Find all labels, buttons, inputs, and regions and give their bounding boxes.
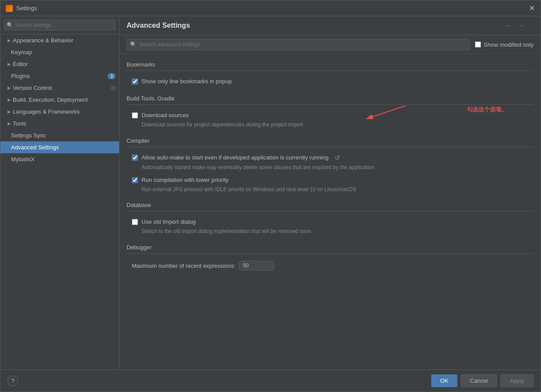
scrollable-content: Bookmarks Show only line bookmarks in po… — [119, 54, 541, 370]
allow-automake-checkbox[interactable] — [132, 155, 138, 161]
sidebar-item-label: Version Control — [13, 85, 52, 91]
arrow-icon: ▶ — [7, 97, 11, 102]
setting-item-use-old-import: Use old Import dialog Switch to the old … — [127, 215, 534, 237]
setting-item-show-line-bookmarks: Show only line bookmarks in popup — [127, 74, 534, 88]
annotation-arrow — [357, 101, 410, 123]
max-expressions-label: Maximum number of recent expressions: — [132, 263, 235, 269]
arrow-icon: ▶ — [7, 121, 11, 126]
sidebar-item-label: MybatisX — [11, 156, 34, 163]
setting-item-max-expressions: Maximum number of recent expressions: — [127, 257, 534, 274]
setting-item-download-sources: Download sources Download sources for pr… — [127, 108, 534, 130]
checkbox-row-run-compilation: Run compilation with lower priority — [132, 175, 534, 185]
sidebar-item-label: Languages & Frameworks — [13, 108, 80, 115]
svg-line-1 — [366, 106, 406, 119]
sidebar-item-keymap[interactable]: Keymap — [0, 46, 119, 58]
show-modified-label[interactable]: Show modified only — [484, 41, 534, 48]
section-database: Database Use old Import dialog Switch to… — [127, 202, 534, 237]
download-sources-label[interactable]: Download sources — [142, 112, 189, 118]
footer-right: OK Cancel Apply — [431, 374, 534, 387]
download-sources-checkbox[interactable] — [132, 112, 138, 118]
sidebar-item-label: Settings Sync — [11, 132, 46, 139]
section-debugger: Debugger Maximum number of recent expres… — [127, 244, 534, 274]
page-title: Advanced Settings — [127, 22, 504, 30]
sidebar-item-appearance[interactable]: ▶ Appearance & Behavior — [0, 34, 119, 46]
sidebar-item-tools[interactable]: ▶ Tools — [0, 118, 119, 129]
setting-item-run-compilation: Run compilation with lower priority Run … — [127, 173, 534, 195]
forward-arrow[interactable]: → — [516, 21, 526, 30]
use-old-import-label[interactable]: Use old Import dialog — [142, 218, 196, 225]
help-button[interactable]: ? — [7, 376, 18, 386]
sidebar-search-input[interactable] — [4, 20, 116, 30]
debugger-max-expressions-row: Maximum number of recent expressions: — [132, 259, 534, 272]
section-title-debugger: Debugger — [127, 244, 534, 254]
sidebar-item-mybatisx[interactable]: MybatisX — [0, 153, 119, 165]
sidebar-item-languages[interactable]: ▶ Languages & Frameworks — [0, 106, 119, 118]
sidebar-item-editor[interactable]: ▶ Editor — [0, 58, 119, 70]
main-content: Advanced Settings ← → 🔍 Show modified on… — [119, 16, 541, 370]
show-modified-wrap: Show modified only — [475, 41, 534, 48]
arrow-icon: ▶ — [7, 109, 11, 114]
annotation-text: 勾选这个选项。 — [467, 106, 507, 114]
checkbox-row-automake: Allow auto-make to start even if develop… — [132, 152, 534, 163]
sidebar-item-plugins[interactable]: Plugins 3 — [0, 70, 119, 82]
section-bookmarks: Bookmarks Show only line bookmarks in po… — [127, 61, 534, 88]
dialog-title: Settings — [16, 5, 528, 11]
section-compiler: Compiler Allow auto-make to start even i… — [127, 137, 534, 195]
show-line-bookmarks-checkbox[interactable] — [132, 78, 138, 85]
reset-automake-icon[interactable]: ↺ — [335, 154, 340, 161]
sidebar-item-label: Plugins — [11, 73, 30, 79]
sidebar-item-label: Keymap — [11, 49, 32, 55]
cancel-button[interactable]: Cancel — [461, 374, 497, 387]
sidebar-item-settingssync[interactable]: Settings Sync — [0, 129, 119, 141]
automake-desc: Automatically started make may eventuall… — [142, 164, 534, 171]
sidebar-item-label: Build, Execution, Deployment — [13, 96, 88, 103]
max-expressions-input[interactable] — [239, 261, 274, 270]
download-sources-desc: Download sources for project dependencie… — [142, 121, 534, 129]
sidebar-item-versioncontrol[interactable]: ▶ Version Control ⊡ — [0, 82, 119, 94]
section-title-compiler: Compiler — [127, 137, 534, 147]
sidebar-item-label: Advanced Settings — [11, 144, 59, 151]
arrow-icon: ▶ — [7, 38, 11, 43]
app-icon — [6, 5, 13, 12]
sidebar-item-build[interactable]: ▶ Build, Execution, Deployment — [0, 94, 119, 106]
section-title-build-tools: Build Tools. Gradle — [127, 95, 534, 105]
section-build-tools-gradle: Build Tools. Gradle Download sources Dow… — [127, 95, 534, 130]
title-bar: Settings ✕ — [0, 0, 541, 16]
footer-left: ? — [7, 376, 18, 386]
run-compilation-label[interactable]: Run compilation with lower priority — [142, 177, 228, 183]
sidebar-search-area: 🔍 — [0, 16, 119, 34]
section-title-database: Database — [127, 202, 534, 211]
sidebar-item-advancedsettings[interactable]: Advanced Settings — [0, 141, 119, 153]
settings-dialog: Settings ✕ 🔍 ▶ Appearance & Behavior Key… — [0, 0, 541, 392]
apply-button[interactable]: Apply — [500, 374, 534, 387]
run-compilation-checkbox[interactable] — [132, 177, 138, 183]
settings-search-input[interactable] — [127, 39, 470, 50]
dialog-body: 🔍 ▶ Appearance & Behavior Keymap ▶ Edito… — [0, 16, 541, 370]
back-arrow[interactable]: ← — [504, 21, 514, 30]
checkbox-row-show-line-bookmarks: Show only line bookmarks in popup — [132, 76, 534, 86]
vc-icon: ⊡ — [111, 85, 116, 91]
annotation: 勾选这个选项。 — [467, 106, 507, 114]
section-title-bookmarks: Bookmarks — [127, 61, 534, 71]
setting-item-automake: Allow auto-make to start even if develop… — [127, 151, 534, 173]
use-old-import-desc: Switch to the old Import dialog implemen… — [142, 228, 534, 235]
show-line-bookmarks-label[interactable]: Show only line bookmarks in popup — [142, 78, 232, 85]
ok-button[interactable]: OK — [431, 374, 457, 387]
checkbox-row-use-old-import: Use old Import dialog — [132, 217, 534, 227]
use-old-import-checkbox[interactable] — [132, 219, 138, 225]
sidebar-item-label: Appearance & Behavior — [13, 37, 73, 44]
close-button[interactable]: ✕ — [528, 5, 535, 12]
sidebar: 🔍 ▶ Appearance & Behavior Keymap ▶ Edito… — [0, 16, 119, 370]
allow-automake-label[interactable]: Allow auto-make to start even if develop… — [142, 154, 328, 161]
sidebar-search-wrap: 🔍 — [4, 20, 116, 30]
search-wrap: 🔍 — [127, 39, 470, 50]
dialog-footer: ? OK Cancel Apply — [0, 370, 541, 392]
sidebar-item-label: Tools — [13, 120, 26, 127]
show-modified-checkbox[interactable] — [475, 41, 481, 48]
annotation-container: Download sources Download sources for pr… — [132, 110, 534, 129]
content-header: Advanced Settings ← → — [119, 16, 541, 35]
run-compilation-desc: Run external JPS process with IDLE prior… — [142, 186, 534, 193]
arrow-icon: ▶ — [7, 62, 11, 67]
search-icon: 🔍 — [130, 41, 137, 48]
search-row: 🔍 Show modified only — [119, 35, 541, 54]
